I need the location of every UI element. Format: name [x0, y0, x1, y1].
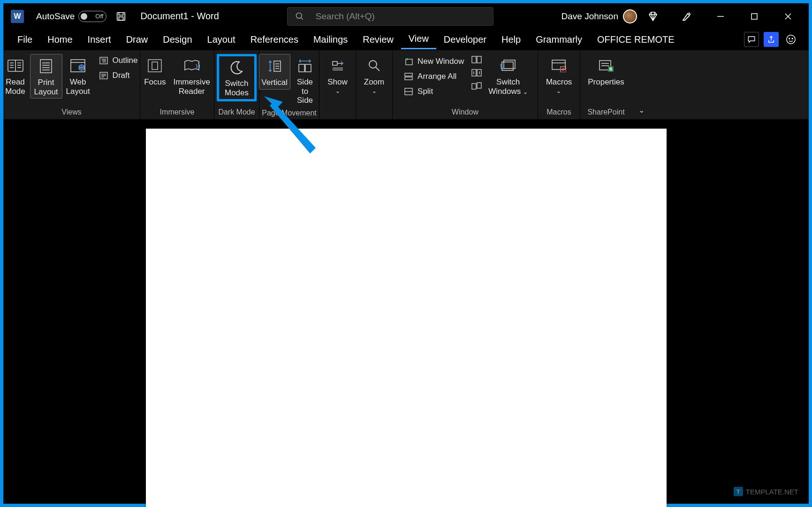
diamond-icon[interactable]: [646, 10, 660, 23]
draft-button[interactable]: Draft: [97, 70, 140, 81]
tab-office-remote[interactable]: OFFICE REMOTE: [590, 31, 682, 49]
zoom-button[interactable]: Zoom ⌄: [360, 54, 389, 96]
toggle-switch[interactable]: Off: [78, 11, 106, 22]
tab-grammarly[interactable]: Grammarly: [528, 31, 590, 49]
tab-references[interactable]: References: [243, 31, 306, 49]
autosave-label: AutoSave: [36, 11, 75, 22]
svg-point-46: [369, 61, 377, 68]
watermark-text: TEMPLATE.NET: [746, 488, 798, 496]
svg-point-9: [789, 38, 790, 39]
macros-icon: [551, 57, 566, 75]
macros-button[interactable]: Macros ⌄: [542, 54, 576, 96]
tab-developer[interactable]: Developer: [436, 31, 494, 49]
vertical-button[interactable]: Vertical: [259, 54, 290, 90]
group-immersive: Focus Immersive Reader Immersive: [140, 50, 214, 119]
tab-view[interactable]: View: [401, 30, 436, 49]
tab-layout[interactable]: Layout: [200, 31, 243, 49]
minimize-button[interactable]: [714, 10, 727, 23]
print-layout-button[interactable]: Print Layout: [30, 54, 62, 99]
group-show: Show ⌄ Show: [319, 50, 356, 119]
show-icon: [332, 57, 344, 75]
focus-icon: [148, 57, 162, 75]
smiley-icon[interactable]: [783, 32, 798, 47]
group-zoom: Zoom ⌄ Zoom: [356, 50, 393, 119]
focus-button[interactable]: Focus: [140, 54, 169, 89]
collapse-ribbon-button[interactable]: ⌄: [632, 50, 651, 119]
svg-point-2: [296, 13, 302, 18]
document-title: Document1 - Word: [140, 11, 219, 22]
group-page-movement: Vertical Side to Side Page Movement: [259, 50, 319, 119]
watermark-badge: T: [734, 487, 743, 496]
web-layout-icon: [70, 57, 85, 75]
toggle-knob: [81, 13, 87, 20]
document-area[interactable]: [3, 123, 809, 504]
tab-insert[interactable]: Insert: [80, 31, 119, 49]
svg-rect-44: [305, 64, 311, 72]
tab-design[interactable]: Design: [155, 31, 199, 49]
chevron-down-icon: ⌄: [556, 88, 561, 94]
svg-rect-1: [119, 16, 123, 20]
read-mode-icon: [8, 57, 23, 75]
new-window-icon: [403, 58, 414, 65]
watermark: T TEMPLATE.NET: [734, 487, 798, 496]
tab-home[interactable]: Home: [40, 31, 80, 49]
split-icon: [403, 88, 414, 95]
svg-line-3: [301, 17, 303, 19]
reset-window-icon[interactable]: [471, 82, 482, 90]
pen-icon[interactable]: [680, 10, 693, 23]
group-macros: Macros ⌄ Macros: [538, 50, 580, 119]
view-side-by-side-icon[interactable]: [471, 56, 482, 63]
new-window-button[interactable]: New Window: [402, 56, 466, 67]
save-icon[interactable]: [116, 11, 126, 22]
chevron-down-icon: ⌄: [523, 89, 528, 95]
maximize-button[interactable]: [748, 10, 761, 23]
immersive-reader-icon: [184, 57, 200, 75]
tab-review[interactable]: Review: [355, 31, 401, 49]
tab-help[interactable]: Help: [494, 31, 528, 49]
app-icon: W: [11, 10, 24, 23]
user-account[interactable]: Dave Johnson: [562, 9, 637, 23]
svg-rect-19: [40, 60, 52, 73]
group-label-dark-mode: Dark Mode: [218, 106, 255, 119]
svg-line-47: [376, 67, 379, 71]
search-icon: [295, 12, 304, 21]
show-button[interactable]: Show ⌄: [323, 54, 352, 96]
ribbon: Read Mode Print Layout Web Layout Outlin…: [3, 50, 809, 119]
close-button[interactable]: [782, 10, 795, 23]
autosave-toggle[interactable]: AutoSave Off: [36, 11, 106, 22]
split-button[interactable]: Split: [402, 86, 466, 97]
switch-windows-icon: [500, 57, 516, 75]
svg-text:S: S: [609, 67, 612, 71]
group-label-page-movement: Page Movement: [262, 107, 317, 120]
sync-scroll-icon[interactable]: [471, 69, 482, 77]
immersive-reader-button[interactable]: Immersive Reader: [169, 54, 213, 98]
document-page[interactable]: [146, 129, 667, 507]
read-mode-button[interactable]: Read Mode: [1, 54, 30, 98]
arrange-all-button[interactable]: Arrange All: [402, 71, 466, 82]
svg-rect-5: [751, 14, 757, 19]
tab-file[interactable]: File: [10, 31, 40, 49]
moon-icon: [229, 58, 245, 76]
draft-icon: [99, 72, 109, 79]
switch-windows-button[interactable]: Switch Windows ⌄: [485, 54, 531, 98]
group-label-views: Views: [61, 106, 81, 119]
share-icon[interactable]: [764, 32, 779, 47]
svg-rect-49: [405, 73, 412, 76]
properties-icon: S: [599, 57, 614, 75]
svg-rect-50: [405, 77, 412, 80]
title-bar: W AutoSave Off Document1 - Word Search (…: [3, 3, 809, 29]
comments-icon[interactable]: [744, 32, 759, 47]
tab-draw[interactable]: Draw: [119, 31, 156, 49]
group-label-immersive: Immersive: [160, 106, 195, 119]
side-to-side-button[interactable]: Side to Side: [290, 54, 320, 107]
ribbon-tabs: File Home Insert Draw Design Layout Refe…: [3, 29, 809, 50]
print-layout-icon: [39, 57, 53, 75]
properties-button[interactable]: S Properties: [584, 54, 628, 89]
switch-modes-button[interactable]: Switch Modes: [217, 54, 257, 101]
svg-rect-59: [472, 84, 476, 89]
search-box[interactable]: Search (Alt+Q): [287, 7, 493, 26]
vertical-icon: [267, 57, 281, 75]
tab-mailings[interactable]: Mailings: [306, 31, 355, 49]
outline-button[interactable]: Outline: [97, 55, 140, 66]
web-layout-button[interactable]: Web Layout: [62, 54, 94, 98]
